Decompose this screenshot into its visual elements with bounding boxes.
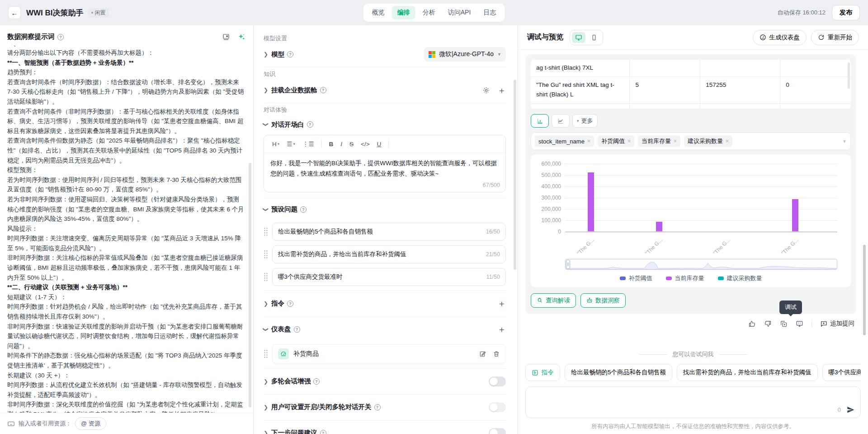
legend-item-补货阈值[interactable]: 补货阈值: [620, 274, 652, 282]
legend-item-当前库存量[interactable]: 当前库存量: [666, 274, 704, 282]
send-icon[interactable]: [846, 405, 855, 414]
help-icon[interactable]: ?: [57, 34, 64, 40]
ai-generate-icon[interactable]: [237, 33, 246, 41]
help-icon[interactable]: ?: [287, 300, 293, 307]
chevron-right-icon[interactable]: ❯: [264, 404, 268, 410]
trash-icon[interactable]: [493, 350, 500, 358]
middle-scrollbar[interactable]: [514, 80, 516, 270]
legend-item-建议采购数量[interactable]: 建议采购数量: [718, 274, 762, 282]
tab-分析[interactable]: 分析: [417, 6, 441, 19]
datazoom-handle-icon[interactable]: [566, 260, 570, 269]
drag-handle-icon[interactable]: [264, 227, 268, 236]
help-icon[interactable]: ?: [313, 378, 320, 385]
chat-input[interactable]: 0: [525, 386, 861, 418]
chevron-right-icon[interactable]: ❯: [264, 378, 268, 385]
left-scrollbar[interactable]: [249, 163, 251, 407]
chevron-down-icon[interactable]: ❯: [263, 207, 269, 212]
help-icon[interactable]: ?: [320, 430, 326, 434]
restart-button[interactable]: 重新开始: [811, 30, 859, 45]
table-scrollbar[interactable]: [848, 62, 850, 89]
chevron-down-icon[interactable]: ❯: [263, 327, 269, 332]
chat-area[interactable]: ag t-shirt (Black) 7XL"The Gu" red shirt…: [518, 50, 868, 346]
suggestion-chip[interactable]: 哪3个供应商交货最准时: [822, 364, 861, 381]
underline-button[interactable]: U: [374, 139, 384, 149]
publish-button[interactable]: 发布: [832, 5, 860, 20]
add-dashboard-button[interactable]: ＋: [497, 325, 506, 334]
toggle-switch[interactable]: [489, 402, 506, 412]
help-icon[interactable]: ?: [287, 51, 293, 57]
query-explain-button[interactable]: 查询解读: [531, 293, 576, 308]
help-icon[interactable]: ?: [374, 404, 381, 410]
add-command-button[interactable]: ＋: [497, 299, 506, 308]
line-chart-button[interactable]: [552, 114, 570, 128]
add-knowledge-button[interactable]: ＋: [497, 86, 506, 95]
chevron-right-icon[interactable]: ❯: [264, 51, 268, 57]
template-icon[interactable]: [222, 33, 230, 41]
bar-当前库存量[interactable]: [588, 172, 594, 232]
help-icon[interactable]: ?: [320, 87, 326, 93]
chevron-right-icon[interactable]: ❯: [264, 430, 268, 434]
resource-chip-button[interactable]: @ 资源: [75, 417, 106, 430]
bar-当前库存量[interactable]: [792, 199, 798, 231]
knowledge-row[interactable]: ❯ 挂载企业数据舱? ＋: [264, 80, 506, 100]
chevron-right-icon[interactable]: ❯: [264, 87, 268, 93]
dashboard-item[interactable]: 补货商品: [272, 344, 506, 364]
bar-chart-button[interactable]: [531, 114, 549, 128]
ordered-list-button[interactable]: ⋮☰: [300, 139, 317, 149]
back-button[interactable]: ←: [8, 6, 21, 19]
debug-monitor-icon[interactable]: [796, 320, 803, 328]
chat-scrollbar[interactable]: [863, 245, 866, 335]
preset-question-input[interactable]: 给出最畅销的5个商品和各自销售额16/50: [272, 223, 506, 241]
dashboard-row[interactable]: ❯ 仪表盘? ＋: [264, 320, 506, 339]
desktop-device-icon[interactable]: [572, 32, 585, 43]
prompt-editor[interactable]: 一、 请分两部分输出以下内容（不需要额外再加大标题）：**一、智能预测（基于数据…: [0, 45, 253, 413]
data-insight-button[interactable]: 数据洞察: [580, 293, 626, 308]
italic-button[interactable]: I: [338, 139, 345, 149]
strikethrough-button[interactable]: S: [347, 139, 356, 149]
bullet-list-button[interactable]: ☰ ▾: [284, 139, 298, 149]
drag-handle-icon[interactable]: [264, 272, 268, 281]
toggle-switch[interactable]: [489, 428, 506, 434]
copy-icon[interactable]: [780, 320, 788, 328]
help-icon[interactable]: ?: [300, 206, 307, 213]
toggle-switch[interactable]: [489, 377, 506, 386]
thumbs-down-icon[interactable]: [764, 320, 772, 328]
more-charts-button[interactable]: ▾更多: [572, 114, 598, 128]
preset-question-input[interactable]: 找出需补货的商品，并给出当前库存和补货阈值21/50: [272, 245, 506, 263]
edit-icon[interactable]: [479, 350, 486, 358]
help-icon[interactable]: ?: [307, 121, 313, 128]
append-question-button[interactable]: 追加提问: [820, 320, 854, 328]
tab-编排[interactable]: 编排: [392, 6, 415, 19]
bar-当前库存量[interactable]: [656, 222, 662, 231]
chevron-down-icon[interactable]: ❯: [263, 122, 269, 127]
mobile-device-icon[interactable]: [587, 32, 601, 43]
result-table[interactable]: ag t-shirt (Black) 7XL"The Gu" red shirt…: [531, 60, 851, 109]
suggestion-chip[interactable]: 找出需补货的商品，并给出当前库存和补货阈值: [677, 364, 818, 381]
remove-tag-icon[interactable]: ×: [674, 138, 677, 144]
drag-handle-icon[interactable]: [264, 349, 268, 358]
remove-tag-icon[interactable]: ×: [627, 138, 631, 144]
bold-button[interactable]: B: [326, 139, 336, 149]
bar-chart[interactable]: 0100,000200,000300,000400,000500,000600,…: [565, 164, 837, 232]
opener-row[interactable]: ❯ 对话开场白?: [264, 116, 506, 133]
chevron-right-icon[interactable]: ❯: [264, 300, 268, 307]
command-chip[interactable]: 指令: [525, 364, 560, 381]
field-select[interactable]: stock_item_name×补货阈值×当前库存量×建议采购数量×▾: [531, 132, 851, 150]
thumbs-up-icon[interactable]: [748, 320, 756, 328]
model-selector[interactable]: 微软|Azure-GPT-4o ▼: [424, 47, 506, 62]
command-row[interactable]: ❯ 指令? ＋: [264, 294, 506, 314]
remove-tag-icon[interactable]: ×: [587, 138, 590, 144]
tab-日志[interactable]: 日志: [478, 6, 501, 19]
preset-question-input[interactable]: 哪3个供应商交货最准时11/50: [272, 268, 506, 286]
preset-questions-row[interactable]: ❯ 预设问题?: [264, 201, 506, 218]
datazoom-slider[interactable]: [565, 259, 837, 270]
remove-tag-icon[interactable]: ×: [726, 138, 729, 144]
generate-dashboard-button[interactable]: 生成仪表盘: [753, 30, 807, 45]
tab-访问API[interactable]: 访问API: [443, 6, 476, 19]
tab-概览[interactable]: 概览: [367, 6, 390, 19]
heading-button[interactable]: H ▾: [269, 139, 282, 149]
suggestion-chip[interactable]: 给出最畅销的5个商品和各自销售额: [565, 364, 672, 381]
model-row[interactable]: ❯ 模型? 微软|Azure-GPT-4o ▼: [264, 44, 506, 64]
opener-text[interactable]: 你好，我是一个智能的BI决策助手，提供WWI数据库相关的智能查询服务，可以根据您…: [264, 153, 505, 182]
help-icon[interactable]: ?: [294, 326, 300, 333]
